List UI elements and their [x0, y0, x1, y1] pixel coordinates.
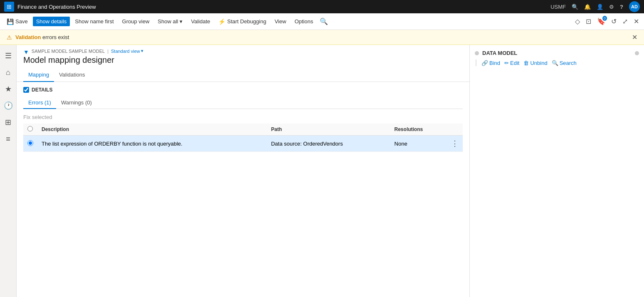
diamond-icon[interactable]: ◇ [573, 16, 582, 27]
details-checkbox[interactable] [23, 87, 29, 93]
toolbar: 💾 Save Show details Show name first Grou… [0, 13, 644, 30]
sidebar-favorites-button[interactable]: ★ [1, 82, 16, 97]
bind-button[interactable]: 🔗 Bind [481, 60, 500, 66]
save-icon: 💾 [7, 18, 14, 25]
details-section: DETAILS Errors (1) Warnings (0) Fix sele… [17, 82, 469, 152]
breadcrumb: SAMPLE MODEL SAMPLE MODEL | Standard vie… [32, 48, 143, 54]
chevron-down-icon: ▾ [141, 48, 143, 54]
data-model-dot-left [475, 51, 479, 55]
sidebar: ☰ ⌂ ★ 🕐 ⊞ ≡ [0, 45, 17, 297]
unbind-icon: 🗑 [523, 60, 529, 66]
data-model-actions: 🔗 Bind ✏ Edit 🗑 Unbind 🔍 Search [475, 59, 639, 66]
start-debugging-button[interactable]: ⚡ Start Debugging [215, 17, 269, 27]
toolbar-right: ◇ ⊡ 🔖0 ↺ ⤢ ✕ [573, 16, 641, 27]
save-button[interactable]: 💾 Save [3, 17, 31, 27]
bind-icon: 🔗 [481, 60, 488, 66]
search-icon[interactable]: 🔍 [572, 4, 578, 10]
close-icon[interactable]: ✕ [632, 16, 641, 27]
tab-mapping[interactable]: Mapping [23, 68, 54, 82]
table-col-path: Path [267, 124, 390, 136]
help-icon[interactable]: ? [620, 4, 623, 10]
sub-tab-errors[interactable]: Errors (1) [23, 97, 56, 109]
breadcrumb-separator: | [107, 49, 109, 54]
title-bar-left: ⊞ Finance and Operations Preview [4, 2, 96, 12]
error-table: Description Path Resolutions The list ex… [23, 124, 463, 152]
sub-tab-warnings[interactable]: Warnings (0) [56, 97, 97, 109]
panel-divider [476, 59, 476, 66]
show-details-button[interactable]: Show details [33, 17, 70, 26]
panel-icon[interactable]: ⊡ [584, 16, 593, 27]
data-model-title-area: DATA MODEL [475, 50, 517, 56]
main-tabs: Mapping Validations [17, 68, 469, 82]
warning-text: Validation errors exist [15, 34, 69, 40]
data-model-title: DATA MODEL [482, 50, 517, 56]
breadcrumb-view[interactable]: Standard view ▾ [111, 48, 143, 54]
sub-tabs: Errors (1) Warnings (0) [23, 97, 463, 109]
refresh-icon[interactable]: ↺ [609, 16, 618, 27]
user-code: USMF [550, 4, 566, 10]
row-resolutions: None [390, 136, 447, 152]
sidebar-recent-button[interactable]: 🕐 [1, 98, 16, 113]
validate-button[interactable]: Validate [188, 17, 213, 26]
avatar[interactable]: AD [629, 1, 640, 12]
page-header: ▼ SAMPLE MODEL SAMPLE MODEL | Standard v… [17, 45, 469, 68]
table-col-select [23, 124, 37, 136]
filter-icon[interactable]: ▼ [23, 49, 29, 55]
main-layout: ☰ ⌂ ★ 🕐 ⊞ ≡ ▼ SAMPLE MODEL SAMPLE MODEL … [0, 45, 644, 297]
table-header-row: Description Path Resolutions [23, 124, 463, 136]
row-more-actions: ⋮ [447, 136, 463, 152]
warning-close-button[interactable]: ✕ [632, 33, 637, 41]
edit-button[interactable]: ✏ Edit [504, 60, 519, 66]
title-bar: ⊞ Finance and Operations Preview USMF 🔍 … [0, 0, 644, 13]
search-icon: 🔍 [552, 60, 558, 66]
show-all-button[interactable]: Show all ▾ [154, 17, 186, 26]
validation-label: Validation [15, 34, 41, 40]
title-bar-right: USMF 🔍 🔔 👤 ⚙ ? AD [550, 1, 640, 12]
table-row[interactable]: The list expression of ORDERBY function … [23, 136, 463, 152]
row-more-button[interactable]: ⋮ [451, 139, 459, 148]
search-button[interactable]: 🔍 Search [552, 60, 577, 66]
badge-icon[interactable]: 🔖0 [595, 16, 607, 27]
row-radio[interactable] [27, 140, 33, 146]
content-area: ▼ SAMPLE MODEL SAMPLE MODEL | Standard v… [17, 45, 469, 297]
details-header: DETAILS [23, 87, 463, 93]
popout-icon[interactable]: ⤢ [621, 16, 629, 27]
table-col-description: Description [37, 124, 267, 136]
data-model-panel: DATA MODEL 🔗 Bind ✏ Edit 🗑 Unbind 🔍 Sear… [469, 45, 644, 297]
warning-bar: ⚠ Validation errors exist ✕ [0, 30, 644, 45]
warning-icon: ⚠ [7, 34, 12, 41]
options-button[interactable]: Options [291, 17, 316, 26]
page-title: Model mapping designer [23, 55, 463, 65]
toolbar-search-icon[interactable]: 🔍 [318, 16, 330, 27]
edit-icon: ✏ [504, 60, 509, 66]
chevron-down-icon: ▾ [180, 18, 183, 25]
header-radio[interactable] [27, 126, 33, 131]
data-model-header: DATA MODEL [475, 50, 639, 56]
app-title: Finance and Operations Preview [17, 4, 96, 10]
tab-validations[interactable]: Validations [54, 68, 90, 82]
row-path: Data source: OrderedVendors [267, 136, 390, 152]
data-model-dot-right [635, 51, 639, 55]
person-icon[interactable]: 👤 [597, 4, 603, 10]
sidebar-home-button[interactable]: ⌂ [1, 65, 16, 80]
gear-icon[interactable]: ⚙ [609, 4, 614, 10]
fix-selected-button[interactable]: Fix selected [23, 114, 52, 120]
show-name-first-button[interactable]: Show name first [72, 17, 117, 26]
breadcrumb-model: SAMPLE MODEL SAMPLE MODEL [32, 49, 105, 54]
table-col-actions [447, 124, 463, 136]
app-icon: ⊞ [4, 2, 14, 12]
group-view-button[interactable]: Group view [119, 17, 153, 26]
row-description: The list expression of ORDERBY function … [37, 136, 267, 152]
sidebar-list-button[interactable]: ≡ [1, 131, 16, 146]
sidebar-workspaces-button[interactable]: ⊞ [1, 115, 16, 130]
sidebar-menu-button[interactable]: ☰ [1, 48, 16, 63]
table-col-resolutions: Resolutions [390, 124, 447, 136]
view-button[interactable]: View [271, 17, 289, 26]
row-select-cell [23, 136, 37, 152]
debug-icon: ⚡ [218, 18, 225, 25]
unbind-button[interactable]: 🗑 Unbind [523, 60, 547, 66]
bell-icon[interactable]: 🔔 [584, 4, 591, 10]
